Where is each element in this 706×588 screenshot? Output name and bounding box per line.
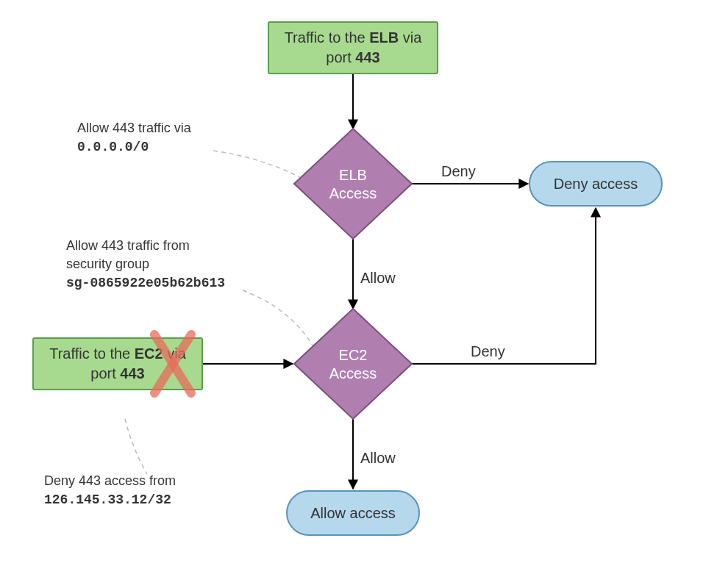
edge-label-elb-allow: Allow [360, 270, 396, 286]
svg-text:sg-0865922e05b62b613: sg-0865922e05b62b613 [66, 276, 225, 290]
svg-text:Allow access: Allow access [310, 505, 396, 521]
svg-text:security group: security group [66, 257, 149, 271]
node-allow-access: Allow access [287, 491, 419, 535]
svg-text:Traffic to the ELB via: Traffic to the ELB via [285, 29, 423, 46]
svg-text:ELB: ELB [339, 167, 367, 183]
svg-text:Deny 443 access from: Deny 443 access from [44, 473, 176, 488]
note-ec2-allow-sg: Allow 443 traffic from security group sg… [66, 238, 225, 290]
svg-text:port 443: port 443 [326, 49, 379, 65]
svg-marker-6 [294, 309, 412, 419]
note-elb-allow-cidr: Allow 443 traffic via 0.0.0.0/0 [77, 121, 192, 154]
node-deny-access: Deny access [530, 162, 662, 206]
note-connector-ec2 [243, 290, 313, 345]
node-elb-access-decision: ELB Access [294, 129, 412, 239]
svg-text:Allow 443 traffic via: Allow 443 traffic via [77, 121, 192, 135]
svg-text:Allow 443 traffic from: Allow 443 traffic from [66, 238, 190, 253]
edge-label-ec2-allow: Allow [360, 450, 396, 466]
note-connector-deny [125, 419, 147, 474]
note-deny-ip: Deny 443 access from 126.145.33.12/32 [44, 473, 176, 507]
node-start-elb-traffic: Traffic to the ELB via port 443 [268, 22, 438, 74]
edge-ec2-deny [412, 208, 596, 364]
svg-text:Access: Access [329, 185, 377, 201]
svg-text:port 443: port 443 [90, 365, 144, 381]
edge-label-elb-deny: Deny [441, 163, 476, 179]
svg-text:EC2: EC2 [339, 347, 368, 363]
svg-text:Access: Access [329, 365, 377, 381]
edge-label-ec2-deny: Deny [471, 343, 505, 359]
svg-text:126.145.33.12/32: 126.145.33.12/32 [44, 492, 171, 507]
node-start-ec2-traffic: Traffic to the EC2 via port 443 [33, 334, 202, 393]
svg-text:Deny access: Deny access [554, 176, 638, 192]
note-connector-elb [213, 151, 305, 180]
svg-marker-3 [294, 129, 412, 239]
svg-text:0.0.0.0/0: 0.0.0.0/0 [77, 140, 149, 154]
node-ec2-access-decision: EC2 Access [294, 309, 412, 419]
